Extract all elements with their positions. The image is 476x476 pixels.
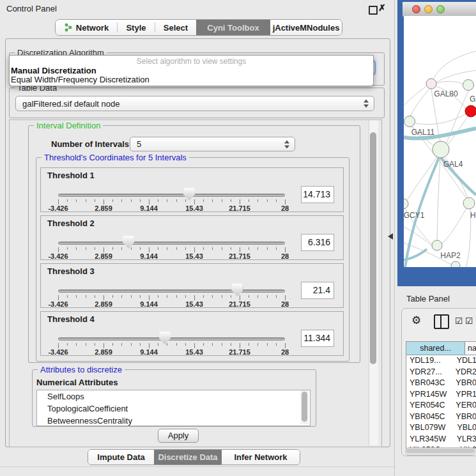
tick-mark bbox=[149, 247, 150, 252]
tick-label: 28 bbox=[269, 300, 301, 308]
tab-infer-network[interactable]: Infer Network bbox=[222, 450, 300, 464]
split-columns-icon[interactable] bbox=[434, 314, 449, 329]
tab-style[interactable]: Style bbox=[118, 20, 155, 35]
node-gal11[interactable] bbox=[404, 116, 415, 127]
slider-track[interactable] bbox=[58, 194, 285, 197]
close-traffic-light[interactable] bbox=[412, 5, 420, 13]
cell-name[interactable]: YLR3 bbox=[454, 434, 476, 445]
tick-mark bbox=[222, 295, 222, 298]
tab-jactivemnodules[interactable]: jActiveMNodules bbox=[270, 20, 342, 35]
apply-button[interactable]: Apply bbox=[158, 429, 199, 443]
table-row[interactable]: YDR27... YDR2 bbox=[406, 367, 476, 378]
table-header-row: shared... na bbox=[406, 342, 476, 355]
cell-shared-name[interactable]: YLR345W bbox=[406, 434, 454, 445]
cell-shared-name[interactable]: YPR145W bbox=[406, 389, 453, 401]
tab-impute-data[interactable]: Impute Data bbox=[88, 450, 154, 464]
tick-mark bbox=[95, 247, 95, 250]
tick-mark bbox=[121, 247, 122, 250]
threshold-value-field[interactable]: 11.344 bbox=[301, 330, 334, 347]
dropdown-option-manual[interactable]: Manual Discretization bbox=[11, 66, 96, 75]
float-window-icon[interactable] bbox=[369, 6, 378, 15]
node-hap2[interactable] bbox=[432, 240, 442, 250]
cell-name[interactable]: YDR2 bbox=[453, 367, 476, 378]
cell-shared-name[interactable]: YBR043C bbox=[406, 378, 453, 389]
network-canvas[interactable]: GAL80 GA GAL11 GAL4 GCY1 H HAP2 bbox=[404, 16, 476, 267]
cell-name[interactable]: YBR0 bbox=[453, 378, 476, 389]
cell-name[interactable]: YBL0 bbox=[454, 422, 476, 434]
dropdown-option-equal-width[interactable]: Equal Width/Frequency Discretization bbox=[11, 75, 150, 84]
attribute-list-item[interactable]: TopologicalCoefficient bbox=[37, 403, 310, 415]
threshold-value-field[interactable]: 21.4 bbox=[301, 282, 334, 299]
slider-thumb[interactable] bbox=[123, 236, 134, 249]
attribute-list-item[interactable]: SelfLoops bbox=[37, 390, 310, 403]
horizontal-scrollbar-thumb[interactable] bbox=[406, 449, 474, 453]
slider-thumb[interactable] bbox=[183, 188, 195, 201]
slider-thumb[interactable] bbox=[159, 332, 171, 344]
vertical-scrollbar-thumb[interactable] bbox=[370, 132, 376, 364]
tick-mark bbox=[86, 343, 86, 346]
tab-discretize-data[interactable]: Discretize Data bbox=[154, 450, 222, 464]
table-row[interactable]: YBR043C YBR0 bbox=[406, 378, 476, 389]
network-window-titlebar[interactable] bbox=[403, 2, 476, 17]
tick-mark bbox=[158, 247, 158, 250]
cell-shared-name[interactable]: YBL079W bbox=[406, 422, 454, 434]
zoom-traffic-light[interactable] bbox=[436, 5, 445, 13]
node-gal4[interactable] bbox=[433, 141, 449, 158]
control-panel: Control Panel ✗ Network Style Select Cyn… bbox=[0, 0, 395, 476]
tab-network[interactable]: Network bbox=[56, 20, 117, 35]
slider-track[interactable] bbox=[58, 289, 285, 293]
num-intervals-combobox[interactable]: 5 bbox=[130, 137, 295, 151]
node-gcy1[interactable] bbox=[404, 199, 408, 209]
checkbox-icon[interactable]: ☑ bbox=[455, 316, 463, 326]
table-row[interactable]: YER054C YER0 bbox=[406, 400, 476, 411]
tab-label: Network bbox=[76, 23, 109, 33]
tick-mark bbox=[58, 343, 59, 348]
tick-mark bbox=[203, 343, 204, 346]
table-row[interactable]: YBR045C YBR0 bbox=[406, 411, 476, 423]
attributes-scrollbar-thumb[interactable] bbox=[302, 392, 307, 422]
tick-mark bbox=[212, 343, 213, 346]
node-gal80[interactable] bbox=[426, 79, 436, 89]
attribute-list-item[interactable]: BetweennessCentrality bbox=[37, 415, 310, 426]
cell-shared-name[interactable]: YER054C bbox=[406, 400, 453, 411]
threshold-value-field[interactable]: 6.316 bbox=[301, 234, 334, 251]
cell-name[interactable]: YDL1 bbox=[454, 355, 476, 367]
numerical-attributes-list[interactable]: SelfLoopsTopologicalCoefficientBetweenne… bbox=[36, 390, 311, 426]
slider-track[interactable] bbox=[58, 337, 285, 341]
cell-shared-name[interactable]: YDR27... bbox=[406, 367, 453, 378]
tick-mark bbox=[212, 295, 213, 298]
top-tab-bar: Network Style Select Cyni Toolbox jActiv… bbox=[55, 19, 342, 36]
node-partial-top-right[interactable] bbox=[463, 80, 474, 91]
slider-track[interactable] bbox=[58, 242, 285, 245]
threshold-value-field[interactable]: 14.713 bbox=[301, 186, 334, 203]
minimize-traffic-light[interactable] bbox=[424, 5, 433, 13]
table-row[interactable]: YDL19... YDL1 bbox=[406, 355, 476, 367]
table-row[interactable]: YLR345W YLR3 bbox=[406, 434, 476, 445]
cell-name[interactable]: YER0 bbox=[453, 400, 476, 411]
tick-mark bbox=[167, 247, 167, 250]
tab-cyni-toolbox[interactable]: Cyni Toolbox bbox=[196, 20, 270, 35]
node-partial-bottom[interactable] bbox=[451, 261, 460, 267]
cell-name[interactable]: YBR0 bbox=[453, 411, 476, 423]
cell-shared-name[interactable]: YBR045C bbox=[406, 411, 453, 423]
tab-label: Select bbox=[164, 23, 188, 33]
table-data-combobox[interactable]: galFiltered.sif default node bbox=[15, 96, 374, 111]
gear-icon[interactable]: ⚙ bbox=[411, 314, 421, 327]
tab-select[interactable]: Select bbox=[155, 20, 196, 35]
table-row[interactable]: YBL079W YBL0 bbox=[406, 422, 476, 434]
close-icon[interactable]: ✗ bbox=[378, 3, 386, 13]
column-header-shared-name[interactable]: shared... bbox=[406, 342, 465, 355]
checkbox-icon[interactable]: ☑ bbox=[465, 316, 473, 326]
node-red-selected[interactable] bbox=[465, 105, 476, 117]
table-row[interactable]: YPR145W YPR1 bbox=[406, 389, 476, 401]
column-header-name[interactable]: na bbox=[465, 342, 476, 355]
cell-shared-name[interactable]: YDL19... bbox=[406, 355, 454, 367]
slider-thumb[interactable] bbox=[231, 284, 243, 296]
bottom-tab-bar: Impute Data Discretize Data Infer Networ… bbox=[88, 449, 300, 465]
tick-mark bbox=[140, 199, 141, 202]
cell-name[interactable]: YPR1 bbox=[453, 389, 476, 401]
tick-mark bbox=[276, 199, 277, 202]
node-partial-mid-right[interactable] bbox=[463, 197, 475, 209]
tick-label: -3.426 bbox=[42, 348, 74, 356]
horizontal-scrollbar-track[interactable] bbox=[405, 447, 475, 456]
